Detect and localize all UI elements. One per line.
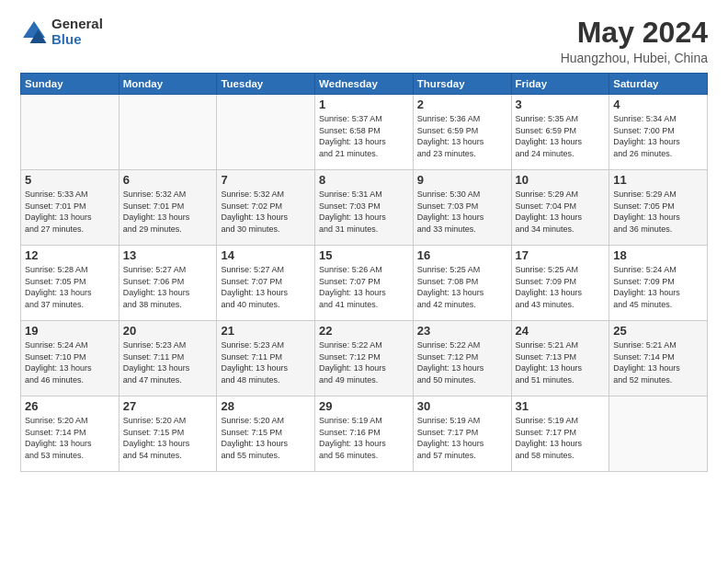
calendar-cell: [217, 95, 315, 170]
header-cell-wednesday: Wednesday: [315, 74, 414, 95]
header-cell-saturday: Saturday: [609, 74, 708, 95]
calendar-cell: 16Sunrise: 5:25 AM Sunset: 7:08 PM Dayli…: [413, 246, 511, 321]
day-number: 7: [221, 173, 311, 187]
calendar-cell: 5Sunrise: 5:33 AM Sunset: 7:01 PM Daylig…: [21, 170, 119, 246]
calendar-cell: 22Sunrise: 5:22 AM Sunset: 7:12 PM Dayli…: [315, 321, 414, 396]
day-info: Sunrise: 5:28 AM Sunset: 7:05 PM Dayligh…: [25, 264, 115, 310]
calendar-cell: 26Sunrise: 5:20 AM Sunset: 7:14 PM Dayli…: [21, 396, 119, 472]
calendar-cell: 21Sunrise: 5:23 AM Sunset: 7:11 PM Dayli…: [217, 321, 315, 396]
day-number: 31: [516, 399, 606, 413]
day-info: Sunrise: 5:19 AM Sunset: 7:16 PM Dayligh…: [319, 415, 409, 461]
subtitle: Huangzhou, Hubei, China: [561, 51, 708, 65]
calendar-week-5: 26Sunrise: 5:20 AM Sunset: 7:14 PM Dayli…: [21, 396, 708, 472]
calendar-cell: 7Sunrise: 5:32 AM Sunset: 7:02 PM Daylig…: [217, 170, 315, 246]
header-cell-thursday: Thursday: [413, 74, 511, 95]
day-info: Sunrise: 5:35 AM Sunset: 6:59 PM Dayligh…: [516, 113, 606, 159]
day-number: 4: [613, 98, 703, 111]
calendar-cell: [21, 95, 119, 170]
calendar-cell: 8Sunrise: 5:31 AM Sunset: 7:03 PM Daylig…: [315, 170, 414, 246]
day-number: 9: [417, 173, 507, 187]
day-number: 8: [319, 173, 409, 187]
day-number: 5: [25, 173, 115, 187]
day-info: Sunrise: 5:34 AM Sunset: 7:00 PM Dayligh…: [613, 113, 703, 159]
calendar-cell: 24Sunrise: 5:21 AM Sunset: 7:13 PM Dayli…: [511, 321, 609, 396]
day-info: Sunrise: 5:36 AM Sunset: 6:59 PM Dayligh…: [417, 113, 507, 159]
logo-text: General Blue: [51, 17, 103, 47]
calendar-cell: 17Sunrise: 5:25 AM Sunset: 7:09 PM Dayli…: [511, 246, 609, 321]
day-info: Sunrise: 5:19 AM Sunset: 7:17 PM Dayligh…: [516, 415, 606, 461]
day-info: Sunrise: 5:21 AM Sunset: 7:14 PM Dayligh…: [613, 339, 703, 385]
calendar-cell: 1Sunrise: 5:37 AM Sunset: 6:58 PM Daylig…: [315, 95, 414, 170]
calendar: SundayMondayTuesdayWednesdayThursdayFrid…: [20, 73, 708, 472]
calendar-cell: 6Sunrise: 5:32 AM Sunset: 7:01 PM Daylig…: [119, 170, 217, 246]
day-number: 6: [123, 173, 213, 187]
day-info: Sunrise: 5:32 AM Sunset: 7:01 PM Dayligh…: [123, 189, 213, 235]
day-number: 20: [123, 324, 213, 338]
day-number: 22: [319, 324, 409, 338]
day-number: 10: [516, 173, 606, 187]
calendar-cell: 14Sunrise: 5:27 AM Sunset: 7:07 PM Dayli…: [217, 246, 315, 321]
calendar-cell: 4Sunrise: 5:34 AM Sunset: 7:00 PM Daylig…: [609, 95, 708, 170]
day-info: Sunrise: 5:24 AM Sunset: 7:09 PM Dayligh…: [613, 264, 703, 310]
day-info: Sunrise: 5:20 AM Sunset: 7:15 PM Dayligh…: [123, 415, 213, 461]
page: General Blue May 2024 Huangzhou, Hubei, …: [0, 0, 728, 563]
day-info: Sunrise: 5:37 AM Sunset: 6:58 PM Dayligh…: [319, 113, 409, 159]
day-info: Sunrise: 5:32 AM Sunset: 7:02 PM Dayligh…: [221, 189, 311, 235]
logo-icon: [20, 18, 48, 46]
calendar-cell: 9Sunrise: 5:30 AM Sunset: 7:03 PM Daylig…: [413, 170, 511, 246]
calendar-cell: 20Sunrise: 5:23 AM Sunset: 7:11 PM Dayli…: [119, 321, 217, 396]
calendar-cell: 23Sunrise: 5:22 AM Sunset: 7:12 PM Dayli…: [413, 321, 511, 396]
calendar-cell: [609, 396, 708, 472]
day-info: Sunrise: 5:19 AM Sunset: 7:17 PM Dayligh…: [417, 415, 507, 461]
day-number: 1: [319, 98, 409, 111]
calendar-cell: 2Sunrise: 5:36 AM Sunset: 6:59 PM Daylig…: [413, 95, 511, 170]
day-number: 21: [221, 324, 311, 338]
day-number: 13: [123, 248, 213, 262]
day-number: 24: [516, 324, 606, 338]
day-info: Sunrise: 5:23 AM Sunset: 7:11 PM Dayligh…: [123, 339, 213, 385]
day-number: 14: [221, 248, 311, 262]
calendar-cell: 25Sunrise: 5:21 AM Sunset: 7:14 PM Dayli…: [609, 321, 708, 396]
calendar-cell: 29Sunrise: 5:19 AM Sunset: 7:16 PM Dayli…: [315, 396, 414, 472]
day-info: Sunrise: 5:27 AM Sunset: 7:06 PM Dayligh…: [123, 264, 213, 310]
day-number: 3: [516, 98, 606, 111]
calendar-cell: 31Sunrise: 5:19 AM Sunset: 7:17 PM Dayli…: [511, 396, 609, 472]
calendar-cell: 30Sunrise: 5:19 AM Sunset: 7:17 PM Dayli…: [413, 396, 511, 472]
day-info: Sunrise: 5:22 AM Sunset: 7:12 PM Dayligh…: [417, 339, 507, 385]
calendar-cell: 28Sunrise: 5:20 AM Sunset: 7:15 PM Dayli…: [217, 396, 315, 472]
header-cell-friday: Friday: [511, 74, 609, 95]
day-number: 11: [613, 173, 703, 187]
day-number: 17: [516, 248, 606, 262]
day-info: Sunrise: 5:29 AM Sunset: 7:05 PM Dayligh…: [613, 189, 703, 235]
day-number: 15: [319, 248, 409, 262]
svg-marker-0: [23, 21, 45, 38]
day-number: 28: [221, 399, 311, 413]
day-info: Sunrise: 5:23 AM Sunset: 7:11 PM Dayligh…: [221, 339, 311, 385]
calendar-header-row: SundayMondayTuesdayWednesdayThursdayFrid…: [21, 74, 708, 95]
day-info: Sunrise: 5:24 AM Sunset: 7:10 PM Dayligh…: [25, 339, 115, 385]
day-info: Sunrise: 5:31 AM Sunset: 7:03 PM Dayligh…: [319, 189, 409, 235]
calendar-week-1: 1Sunrise: 5:37 AM Sunset: 6:58 PM Daylig…: [21, 95, 708, 170]
logo-general-text: General: [51, 17, 103, 32]
day-number: 2: [417, 98, 507, 111]
calendar-cell: 11Sunrise: 5:29 AM Sunset: 7:05 PM Dayli…: [609, 170, 708, 246]
calendar-cell: 10Sunrise: 5:29 AM Sunset: 7:04 PM Dayli…: [511, 170, 609, 246]
day-info: Sunrise: 5:30 AM Sunset: 7:03 PM Dayligh…: [417, 189, 507, 235]
day-info: Sunrise: 5:21 AM Sunset: 7:13 PM Dayligh…: [516, 339, 606, 385]
calendar-week-3: 12Sunrise: 5:28 AM Sunset: 7:05 PM Dayli…: [21, 246, 708, 321]
header-cell-tuesday: Tuesday: [217, 74, 315, 95]
day-info: Sunrise: 5:33 AM Sunset: 7:01 PM Dayligh…: [25, 189, 115, 235]
title-block: May 2024 Huangzhou, Hubei, China: [561, 17, 708, 65]
day-number: 30: [417, 399, 507, 413]
day-number: 25: [613, 324, 703, 338]
day-number: 19: [25, 324, 115, 338]
calendar-cell: 12Sunrise: 5:28 AM Sunset: 7:05 PM Dayli…: [21, 246, 119, 321]
calendar-cell: 15Sunrise: 5:26 AM Sunset: 7:07 PM Dayli…: [315, 246, 414, 321]
calendar-week-4: 19Sunrise: 5:24 AM Sunset: 7:10 PM Dayli…: [21, 321, 708, 396]
logo-blue-text: Blue: [51, 32, 103, 48]
day-info: Sunrise: 5:20 AM Sunset: 7:15 PM Dayligh…: [221, 415, 311, 461]
calendar-cell: 27Sunrise: 5:20 AM Sunset: 7:15 PM Dayli…: [119, 396, 217, 472]
day-number: 16: [417, 248, 507, 262]
calendar-cell: 19Sunrise: 5:24 AM Sunset: 7:10 PM Dayli…: [21, 321, 119, 396]
header-cell-monday: Monday: [119, 74, 217, 95]
